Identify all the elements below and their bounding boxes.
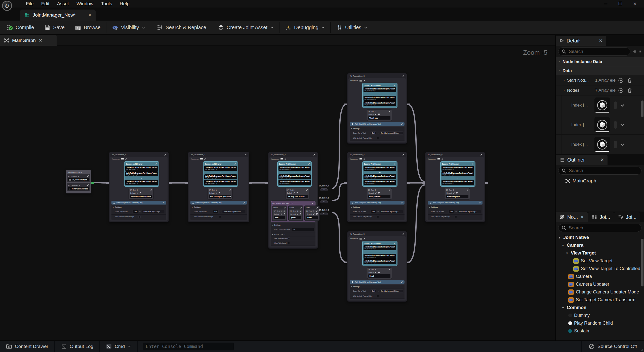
speaker-listener-box[interactable]: Speaker And ListenerJointPublicShowcase.… bbox=[362, 161, 397, 187]
output-pin[interactable] bbox=[249, 182, 252, 184]
participant-box[interactable]: JointPublicShowcase.Participant.Placehol… bbox=[364, 254, 396, 259]
palette-scrollbar[interactable] bbox=[641, 239, 643, 286]
edit-tag-button[interactable]: Edit bbox=[371, 289, 376, 293]
participant-box[interactable]: JointPublicShowcase.Participant.Placehol… bbox=[204, 180, 237, 185]
participant-box[interactable]: JointPublicShowcase.Participant.Placehol… bbox=[364, 180, 396, 185]
input-pin[interactable] bbox=[344, 182, 347, 184]
speaker-listener-box[interactable]: Speaker And ListenerJointPublicShowcase.… bbox=[277, 161, 312, 187]
speaker-listener-box[interactable]: Speaker And ListenerJointPublicShowcase.… bbox=[362, 241, 397, 266]
chevron-down-icon[interactable] bbox=[364, 171, 396, 174]
menu-window[interactable]: Window bbox=[73, 0, 97, 7]
select-box[interactable]: SelectDF_Text_4Defaultgreat! bbox=[288, 206, 304, 221]
select-box[interactable]: SelectDF_Text_3DefaultYes! bbox=[272, 206, 287, 221]
triangle-down-icon[interactable]: ▾ bbox=[558, 236, 561, 239]
select-value[interactable]: wow! bbox=[306, 216, 318, 220]
number-field[interactable]: 5.0 bbox=[292, 228, 314, 231]
triangle-right-icon[interactable]: ▸ bbox=[272, 233, 273, 235]
output-pin[interactable] bbox=[169, 182, 172, 184]
save-button[interactable]: Save bbox=[39, 21, 70, 34]
checkbox[interactable] bbox=[455, 216, 457, 218]
checkbox[interactable] bbox=[377, 216, 379, 218]
triangle-down-icon[interactable]: ▾ bbox=[564, 89, 565, 91]
settings-header[interactable]: ▾Settings bbox=[350, 127, 405, 130]
details-search-input[interactable] bbox=[569, 49, 627, 54]
select-output-pin-1[interactable]: DF_Select_1Out bbox=[319, 197, 329, 203]
graph-node-jn_foundation_3[interactable]: JN_Foundation_3SequenceSpeaker And Liste… bbox=[347, 73, 407, 144]
input-pin[interactable] bbox=[344, 104, 347, 105]
triangle-down-icon[interactable]: ▾ bbox=[561, 306, 565, 310]
manager-field-value[interactable]: JointPublicShowcase.P bbox=[68, 187, 89, 190]
speaker-listener-box[interactable]: Speaker And ListenerJointPublicShowcase.… bbox=[124, 161, 159, 187]
speaker-listener-box[interactable]: Speaker And ListenerJointPublicShowcase.… bbox=[440, 161, 475, 187]
participant-box[interactable]: JointPublicShowcase.Participant.Placehol… bbox=[204, 166, 237, 171]
search-replace-button[interactable]: Search & Replace bbox=[152, 21, 211, 34]
checkbox[interactable] bbox=[377, 295, 379, 297]
text-value[interactable]: Please enjoy it! bbox=[446, 195, 469, 198]
text-value[interactable]: Great! bbox=[368, 274, 391, 278]
graph-node-jn_foundation_6[interactable]: JN_Foundation_6SequenceSpeaker And Liste… bbox=[425, 152, 485, 222]
wait-skip-bar[interactable]: Wait Skip (Wait for Gameplay Tag) bbox=[350, 280, 405, 284]
palette-category-common[interactable]: ▾Common bbox=[556, 304, 644, 312]
input-pin[interactable] bbox=[185, 182, 188, 184]
debugging-button[interactable]: Debugging bbox=[280, 21, 330, 34]
output-log-button[interactable]: Output Log bbox=[55, 341, 100, 352]
palette-item-camera[interactable]: Camera bbox=[556, 273, 644, 280]
participant-box[interactable]: JointPublicShowcase.Participant.Placehol… bbox=[125, 171, 158, 176]
create-joint-asset-button[interactable]: Create Joint Asset bbox=[213, 21, 279, 34]
compile-button[interactable]: Compile bbox=[2, 21, 39, 34]
text-fragment-box[interactable]: DF_Text_2DefaultIt's very cool. Isn't it… bbox=[285, 188, 309, 199]
participant-box[interactable]: JointPublicShowcase.Participant.Placehol… bbox=[364, 96, 396, 101]
chevron-down-icon[interactable] bbox=[278, 171, 311, 174]
details-search[interactable] bbox=[558, 47, 630, 56]
output-pin[interactable] bbox=[407, 262, 410, 263]
edit-tag-button[interactable]: Edit bbox=[132, 210, 138, 213]
details-row-1[interactable]: ▾Nodes7 Array ele bbox=[556, 85, 644, 95]
checkbox[interactable] bbox=[138, 216, 141, 218]
outliner-search[interactable] bbox=[558, 167, 641, 175]
gameplay-tag-value[interactable]: JointNative.Input.SkipA bbox=[380, 131, 403, 135]
text-fragment-box[interactable]: DF_Text_1DefaultYou can import your node… bbox=[208, 188, 233, 199]
graph-node-jn_foundation_1[interactable]: JN_Foundation_1SequenceSpeaker And Liste… bbox=[188, 152, 249, 222]
participant-box[interactable]: JointPublicShowcase.Participant.Placehol… bbox=[364, 101, 396, 106]
wait-skip-bar[interactable]: Wait Skip (Wait for Gameplay Tag) bbox=[350, 201, 405, 205]
details-index-row-0[interactable]: Index [ .. bbox=[556, 95, 644, 115]
settings-header[interactable]: ▾Settings bbox=[111, 206, 166, 209]
edit-tag-button[interactable]: Edit bbox=[449, 210, 454, 213]
palette-item-change-camera-updater-mode[interactable]: Change Camera Updater Mode bbox=[556, 288, 644, 296]
gameplay-tag-value[interactable]: JointNative.Input.SkipA bbox=[380, 210, 403, 213]
graph-node-jointmanager[interactable]: JointManager_NewDF_TextStyle_0DT_CoolTex… bbox=[66, 170, 91, 193]
participant-box[interactable]: JointPublicShowcase.Participant.Placehol… bbox=[278, 174, 311, 179]
select-output-pin-2[interactable]: DF_Select_2Out bbox=[319, 209, 329, 215]
settings-header[interactable]: ▾Options bbox=[271, 224, 315, 227]
close-window-icon[interactable]: ✕ bbox=[629, 1, 640, 7]
palette-item-set-view-target-to-controlled[interactable]: Set View Target To Controlled bbox=[556, 265, 644, 273]
palette-item-set-target-camera-transform[interactable]: Set Target Camera Transform bbox=[556, 296, 644, 304]
graph-editor[interactable]: MainGraph ✕ Zoom -5 JN_Foundation_0Seque… bbox=[0, 35, 555, 340]
palette-tab-2[interactable]: Joi... bbox=[614, 212, 640, 222]
tab-outliner[interactable]: Outliner ✕ bbox=[556, 155, 608, 165]
gameplay-tag-value[interactable]: JointNative.Input.SkipA bbox=[142, 210, 165, 213]
graph-node-jn_foundation_5[interactable]: JN_Foundation_5SequenceSpeaker And Liste… bbox=[347, 231, 407, 302]
minimize-window-icon[interactable]: ─ bbox=[600, 1, 611, 7]
source-control-button[interactable]: Source Control Off bbox=[581, 341, 644, 352]
palette-category-view-target[interactable]: ▾View Target bbox=[556, 249, 644, 257]
participant-box[interactable]: JointPublicShowcase.Participant.Placehol… bbox=[278, 180, 311, 185]
details-index-row-1[interactable]: Index [ .. bbox=[556, 115, 644, 135]
wait-skip-bar[interactable]: Wait Skip (Wait for Gameplay Tag) bbox=[350, 122, 405, 126]
close-icon[interactable]: ✕ bbox=[600, 158, 604, 162]
checkbox[interactable] bbox=[377, 137, 379, 139]
input-pin[interactable] bbox=[265, 182, 268, 184]
palette-tab-0[interactable]: No...✕ bbox=[556, 212, 588, 222]
chevron-down-icon[interactable] bbox=[364, 93, 396, 95]
chevron-down-icon[interactable] bbox=[204, 171, 237, 174]
output-pin[interactable] bbox=[407, 104, 410, 105]
settings-header[interactable]: ▾Settings bbox=[428, 206, 482, 209]
visibility-button[interactable]: Visibility bbox=[107, 21, 150, 34]
out-pin[interactable]: Out bbox=[320, 213, 328, 215]
participant-box[interactable]: JointPublicShowcase.Participant.Placehol… bbox=[278, 166, 311, 171]
gear-icon[interactable] bbox=[639, 48, 641, 55]
manager-field[interactable]: DF_Participant_0JointPublicShowcase.P bbox=[67, 183, 90, 191]
settings-header[interactable]: ▾Settings bbox=[190, 206, 247, 209]
text-value[interactable]: Welcome to the world of Joint Script! bbox=[130, 195, 152, 198]
select-value[interactable]: great! bbox=[290, 216, 302, 220]
